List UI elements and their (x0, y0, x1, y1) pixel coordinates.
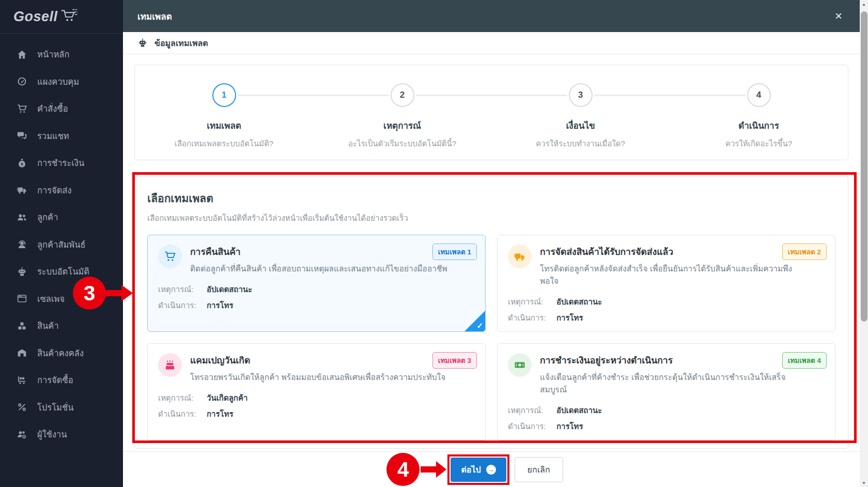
step-number: 1 (212, 83, 236, 107)
sidebar-item-promotions[interactable]: โปรโมชั่น (0, 394, 123, 421)
step-label: เทมเพลต (207, 118, 241, 132)
products-boxes-icon (17, 321, 27, 331)
template-title: การคืนสินค้า (190, 245, 447, 259)
modal-subheader: ข้อมูลเทมเพลต (123, 32, 860, 54)
step-label: เหตุการณ์ (383, 118, 421, 132)
shipping-truck-icon (17, 185, 27, 195)
scroll-down-icon[interactable]: ▼ (860, 479, 868, 487)
event-value: อัปเดตสถานะ (556, 404, 602, 417)
step-event[interactable]: 2 เหตุการณ์ อะไรเป็นตัวเริ่มระบบอัตโนมัต… (313, 83, 491, 160)
step-description: เลือกเทมเพลตระบบอัตโนมัติ? (175, 138, 273, 150)
event-label: เหตุการณ์: (158, 392, 207, 404)
next-button[interactable]: ต่อไป → 4 (451, 458, 506, 482)
close-icon[interactable]: × (835, 10, 842, 22)
modal-header: เทมเพลต × (123, 0, 860, 32)
sidebar-item-dashboard[interactable]: แผงควบคุม (0, 68, 123, 96)
step-description: ควรให้ระบบทำงานเมื่อใด? (536, 138, 625, 150)
template-chooser-section: เลือกเทมเพลต เลือกเทมเพลตระบบอัตโนมัติที… (134, 176, 848, 449)
template-badge: เทมเพลต 4 (782, 352, 827, 369)
annotation-step-4: 4 (386, 453, 420, 486)
modal-footer: ต่อไป → 4 ยกเลิก (123, 451, 860, 487)
event-value: อัปเดตสถานะ (556, 296, 602, 308)
scroll-up-icon[interactable]: ▲ (860, 0, 868, 8)
payment-moneybag-icon: $ (17, 158, 27, 169)
sidebar-item-salepage[interactable]: เซลเพจ (0, 285, 123, 313)
crm-agent-icon (17, 239, 27, 250)
template-card-delivered[interactable]: เทมเพลต 2 การจัดส่งสินค้าได้รับการจัดส่ง… (497, 235, 835, 332)
template-card-birthday[interactable]: เทมเพลต 3 แคมเปญวันเกิด โทรอวยพรวันเกิดใ… (147, 343, 486, 440)
sidebar-item-label: ระบบอัตโนมัติ (37, 265, 89, 278)
sidebar-item-customers[interactable]: ลูกค้า (0, 204, 123, 231)
step-label: เงื่อนไข (566, 118, 595, 132)
sidebar-item-inventory[interactable]: สินค้าคงคลัง (0, 340, 123, 367)
modal-subheader-title: ข้อมูลเทมเพลต (154, 37, 208, 50)
event-label: เหตุการณ์: (508, 404, 556, 417)
home-icon (17, 49, 27, 60)
cake-icon (158, 353, 182, 377)
modal-title: เทมเพลต (137, 9, 172, 23)
step-number: 3 (569, 83, 593, 107)
annotation-arrowhead-4 (436, 461, 446, 478)
sidebar-item-label: ลูกค้าสัมพันธ์ (37, 238, 86, 251)
salepage-window-icon (17, 293, 27, 304)
sidebar-item-automation[interactable]: ระบบอัตโนมัติ (0, 258, 123, 285)
truck-icon (508, 245, 532, 268)
action-label: ดำเนินการ: (508, 420, 556, 433)
sidebar-item-orders[interactable]: คำสั่งซื้อ (0, 95, 123, 123)
check-icon: ✓ (476, 321, 483, 330)
step-description: ควรให้เกิดอะไรขึ้น? (725, 138, 792, 150)
step-action[interactable]: 4 ดำเนินการ ควรให้เกิดอะไรขึ้น? (670, 83, 848, 160)
template-title: การจัดส่งสินค้าได้รับการจัดส่งแล้ว (540, 245, 798, 259)
step-condition[interactable]: 3 เงื่อนไข ควรให้ระบบทำงานเมื่อใด? (491, 83, 670, 160)
sidebar-item-label: การจัดส่ง (37, 184, 72, 197)
action-value: การโทร (556, 312, 583, 324)
scrollbar-thumb[interactable] (861, 11, 867, 322)
sidebar-item-shipping[interactable]: การจัดส่ง (0, 177, 123, 204)
template-title: แคมเปญวันเกิด (190, 353, 445, 368)
cancel-button[interactable]: ยกเลิก (515, 457, 563, 482)
sidebar-item-purchasing[interactable]: การจัดซื้อ (0, 367, 123, 394)
banknote-icon (508, 353, 532, 377)
cancel-button-label: ยกเลิก (528, 465, 550, 474)
next-button-label: ต่อไป (461, 463, 481, 476)
sidebar-item-payments[interactable]: $ การชำระเงิน (0, 149, 123, 177)
event-label: เหตุการณ์: (158, 283, 207, 296)
step-number: 2 (391, 83, 414, 107)
action-label: ดำเนินการ: (158, 299, 207, 312)
template-modal: เทมเพลต × ข้อมูลเทมเพลต 1 เทมเพลต เลือกเ… (123, 0, 860, 487)
sidebar-item-label: เซลเพจ (37, 292, 65, 306)
template-card-return-product[interactable]: เทมเพลต 1 การคืนสินค้า ติดต่อลูกค้าที่คื… (147, 235, 486, 332)
event-label: เหตุการณ์: (508, 296, 556, 308)
step-number: 4 (747, 83, 771, 107)
step-template[interactable]: 1 เทมเพลต เลือกเทมเพลตระบบอัตโนมัติ? (135, 83, 313, 160)
sidebar-nav: หน้าหลัก แผงควบคุม คำสั่งซื้อ รวมแชท $ ก… (0, 34, 123, 448)
scrollbar[interactable]: ▲ ▼ (860, 0, 868, 487)
step-description: อะไรเป็นตัวเริ่มระบบอัตโนมัตินี้? (348, 138, 456, 150)
section-title: เลือกเทมเพลต (147, 190, 835, 207)
action-value: การโทร (207, 408, 234, 420)
section-subtitle: เลือกเทมเพลตระบบอัตโนมัติที่สร้างไว้ล่วง… (147, 212, 835, 224)
inventory-warehouse-icon (17, 347, 27, 358)
sidebar-item-label: สินค้า (37, 319, 59, 332)
sidebar-item-label: การชำระเงิน (37, 156, 84, 170)
brand-logo[interactable]: Gosell (0, 0, 123, 34)
brand-name: Gosell (13, 9, 58, 25)
sidebar-item-label: คำสั่งซื้อ (37, 102, 68, 115)
action-value: การโทร (207, 299, 234, 312)
sidebar-item-users[interactable]: ผู้ใช้งาน (0, 421, 123, 448)
sidebar-item-crm[interactable]: ลูกค้าสัมพันธ์ (0, 231, 123, 258)
sidebar-item-chat[interactable]: รวมแชท (0, 123, 123, 150)
template-description: โทรติดต่อลูกค้าหลังจัดส่งสำเร็จ เพื่อยืน… (540, 263, 798, 287)
automation-robot-icon (17, 266, 27, 277)
action-label: ดำเนินการ: (508, 312, 556, 324)
template-badge: เทมเพลต 2 (782, 244, 827, 260)
template-description: แจ้งเตือนลูกค้าที่ค้างชำระ เพื่อช่วยกระต… (540, 371, 798, 396)
event-value: วันเกิดลูกค้า (207, 392, 247, 404)
template-badge: เทมเพลต 3 (432, 352, 477, 369)
sidebar-item-label: แผงควบคุม (37, 75, 79, 88)
template-description: ติดต่อลูกค้าที่คืนสินค้า เพื่อสอบถามเหตุ… (190, 263, 447, 275)
template-card-payment-pending[interactable]: เทมเพลต 4 การชำระเงินอยู่ระหว่างดำเนินกา… (497, 343, 835, 440)
sidebar-item-products[interactable]: สินค้า (0, 312, 123, 340)
sidebar-item-home[interactable]: หน้าหลัก (0, 41, 123, 68)
template-description: โทรอวยพรวันเกิดให้ลูกค้า พร้อมมอบข้อเสนอ… (190, 371, 445, 384)
